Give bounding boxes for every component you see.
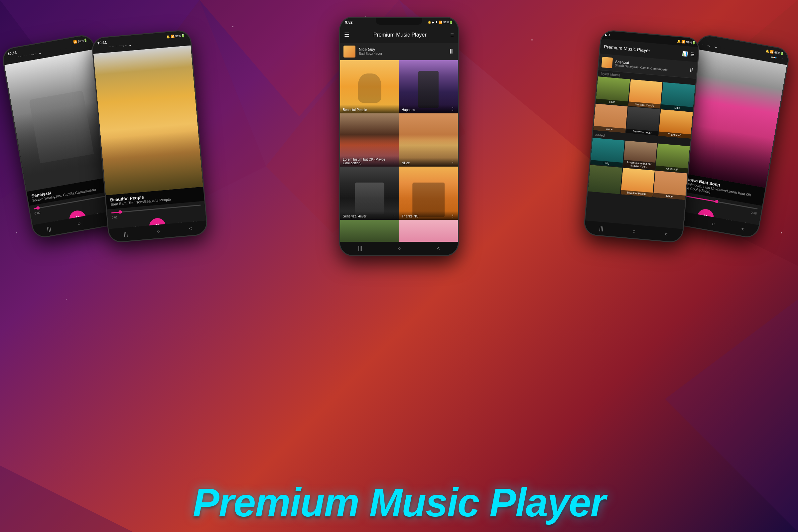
phone-notch xyxy=(376,18,422,25)
rp-album-little[interactable]: Little xyxy=(661,82,695,111)
phones-container: 10:11 📶 91%🔋 ← Now Playing xyxy=(0,0,798,459)
nav-home-left[interactable]: ○ xyxy=(157,228,160,234)
rp-album-senylyzai[interactable]: Senylyzai 4ever xyxy=(626,107,660,136)
app-title-center: Premium Music Player xyxy=(349,32,450,38)
status-icons: 📶 91%🔋 xyxy=(73,38,88,44)
album-overlay-senelyzai: Senelyzai 4ever ⋮ xyxy=(340,211,399,220)
nav-back-left[interactable]: < xyxy=(189,225,192,232)
mini-player-song: Nice Guy xyxy=(359,47,444,52)
filter-icon-center[interactable]: ≡ xyxy=(450,32,454,39)
bottom-title-text: Premium Music Player xyxy=(193,480,606,525)
rp-album-beautiful-people[interactable]: Beautiful People xyxy=(628,79,663,108)
rp-pause-btn[interactable]: ⏸ xyxy=(688,66,694,73)
nav-back-far-right[interactable]: < xyxy=(741,226,745,232)
rp-album-beautiful-people2[interactable]: Beautiful People xyxy=(621,168,655,197)
rp-title: Premium Music Player xyxy=(604,44,680,56)
album-lorem-ipsum[interactable]: Lorem Ipsum but OK (Maybe Cool edition) … xyxy=(340,113,399,167)
album-more-icon[interactable]: ⋮ xyxy=(392,107,396,112)
album-more-icon-happens[interactable]: ⋮ xyxy=(451,107,455,112)
album-forest[interactable] xyxy=(340,220,399,242)
album-more-icon-lorem[interactable]: ⋮ xyxy=(392,159,396,165)
rp-album-thanks-no[interactable]: Thanks NO xyxy=(659,109,693,139)
album-senelyzai[interactable]: Senelyzai 4ever ⋮ xyxy=(340,167,399,220)
rp-album-lorem2[interactable]: Lorem Ipsum but OK (Maybe Cool... xyxy=(623,141,657,170)
rp-album-niiice2[interactable]: Niiice xyxy=(653,171,688,200)
rp-album-whats-up2[interactable]: What's UP xyxy=(656,143,690,173)
rp-album-niiice[interactable]: niiice xyxy=(593,104,627,133)
album-pink[interactable] xyxy=(399,220,458,242)
album-more-icon-senelyzai[interactable]: ⋮ xyxy=(392,213,396,218)
np-art-left xyxy=(93,45,203,195)
phone-center: 9:52 🔔 ▶ ⬇ 📶 91%🔋 ☰ Premium Music Player… xyxy=(339,17,459,256)
nav-home-icon[interactable]: ○ xyxy=(77,221,81,227)
mini-player-center[interactable]: Nice Guy Bad Boyz 4ever ⏸ xyxy=(340,43,458,60)
bottom-title-container: Premium Music Player xyxy=(0,479,798,525)
nav-back-right[interactable]: < xyxy=(664,231,668,238)
nav-menu-left[interactable]: ||| xyxy=(124,231,128,238)
rp-content: layed albums 's UP Beautiful People xyxy=(585,70,696,229)
menu-icon-center[interactable]: ☰ xyxy=(344,31,349,39)
album-happens[interactable]: Happens ⋮ xyxy=(399,60,458,113)
album-overlay-lorem: Lorem Ipsum but OK (Maybe Cool edition) … xyxy=(340,156,399,167)
mini-player-info: Nice Guy Bad Boyz 4ever xyxy=(359,47,444,56)
rp-mini-art xyxy=(602,57,613,68)
status-time: 10:11 xyxy=(7,51,17,56)
phone-left: 10:11 🔔 📶 91%🔋 ← Now Playing Beauti xyxy=(91,29,208,243)
mini-player-artist: Bad Boyz 4ever xyxy=(359,52,444,56)
album-overlay-niiice: Niiice ⋮ xyxy=(399,158,458,167)
album-thanks-no[interactable]: Thanks NO ⋮ xyxy=(399,167,458,220)
rp-album-little2[interactable]: Little xyxy=(590,138,624,167)
nav-menu-icon[interactable]: ||| xyxy=(46,226,52,232)
filter-icon-right[interactable]: ☰ xyxy=(690,51,695,57)
app-bar-center: ☰ Premium Music Player ≡ xyxy=(340,27,458,43)
album-beautiful-people[interactable]: Beautiful People ⋮ xyxy=(340,60,399,113)
nav-home-far-right[interactable]: ○ xyxy=(711,221,716,227)
nav-menu-right[interactable]: ||| xyxy=(599,225,604,232)
stats-icon[interactable]: 📊 xyxy=(682,51,688,56)
nav-back-center[interactable]: < xyxy=(437,245,440,251)
album-more-icon-niiice[interactable]: ⋮ xyxy=(451,159,455,165)
album-more-icon-thanks[interactable]: ⋮ xyxy=(451,213,455,218)
album-overlay-thanks: Thanks NO ⋮ xyxy=(399,211,458,220)
mini-player-pause-btn[interactable]: ⏸ xyxy=(448,48,455,55)
album-overlay-happens: Happens ⋮ xyxy=(399,105,458,113)
rp-album-dark2[interactable] xyxy=(588,165,622,194)
albums-grid-center: Beautiful People ⋮ Happens ⋮ xyxy=(340,60,458,242)
mini-player-art xyxy=(343,45,356,58)
album-niiice[interactable]: Niiice ⋮ xyxy=(399,113,458,167)
rp-album-whats-up[interactable]: 's UP xyxy=(595,76,630,106)
album-overlay: Beautiful People ⋮ xyxy=(340,105,399,113)
phone-right: ▶ ⬇ 🔔 📶 91%🔋 Premium Music Player 📊 ☰ Sn… xyxy=(583,29,701,243)
rp-mini-info: Snelyzai Shawn Senelyzas, Camila Camambe… xyxy=(615,59,686,73)
nav-home-center[interactable]: ○ xyxy=(398,245,401,251)
nav-menu-center[interactable]: ||| xyxy=(358,245,362,251)
nav-home-right[interactable]: ○ xyxy=(632,228,636,235)
nav-bar-center: ||| ○ < xyxy=(340,242,458,255)
